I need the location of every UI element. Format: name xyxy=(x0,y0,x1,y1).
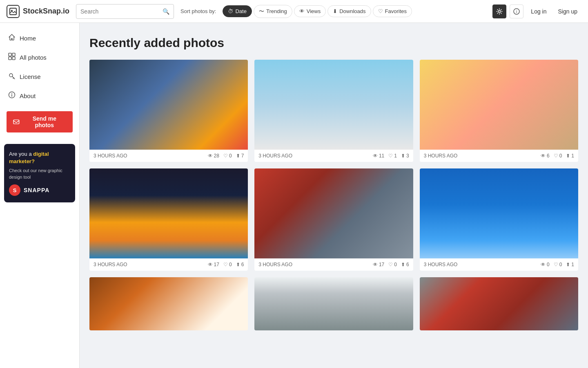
sidebar-item-home[interactable]: Home xyxy=(0,29,79,47)
photo-thumbnail-8 xyxy=(254,277,413,330)
header: StockSnap.io 🔍 Sort photos by: ⏱ Date 〜 … xyxy=(0,0,588,23)
login-link[interactable]: Log in xyxy=(527,6,550,17)
photo-time-3: 3 HOURS AGO xyxy=(424,153,458,159)
stat-downloads-1: ⬆ 7 xyxy=(236,153,244,159)
heart-stat-icon: ♡ xyxy=(223,153,228,159)
sidebar-item-all-photos[interactable]: All photos xyxy=(0,49,79,66)
photo-card-1[interactable]: 3 HOURS AGO 👁 28 ♡ 0 ⬆ 7 xyxy=(89,60,248,162)
download-icon-5: ⬆ xyxy=(401,262,405,267)
sort-date-label: Date xyxy=(235,8,246,14)
photo-thumbnail-3 xyxy=(420,60,578,150)
photo-stats-2: 👁 11 ♡ 1 ⬆ 3 xyxy=(373,153,409,159)
photo-card-5[interactable]: 3 HOURS AGO 👁 17 ♡ 0 ⬆ 6 xyxy=(254,168,413,271)
photo-card-8[interactable] xyxy=(254,277,413,330)
stat-views-1: 👁 28 xyxy=(208,153,219,159)
photo-card-3[interactable]: 3 HOURS AGO 👁 6 ♡ 0 ⬆ 1 xyxy=(420,60,578,162)
stat-likes-5: ♡ 0 xyxy=(388,262,397,267)
heart-icon-5: ♡ xyxy=(388,262,393,267)
photo-time-4: 3 HOURS AGO xyxy=(94,262,127,267)
stat-views-5: 👁 17 xyxy=(373,262,384,267)
download-icon-2: ⬆ xyxy=(401,153,405,159)
photo-card-7[interactable] xyxy=(89,277,248,330)
sidebar-item-about[interactable]: About xyxy=(0,87,79,105)
photo-card-9[interactable] xyxy=(420,277,578,330)
stat-likes-2: ♡ 1 xyxy=(388,153,397,159)
sidebar-license-label: License xyxy=(20,73,41,80)
sort-date-button[interactable]: ⏱ Date xyxy=(223,5,252,17)
info-button[interactable]: i xyxy=(510,4,523,18)
photo-time-6: 3 HOURS AGO xyxy=(424,262,458,267)
download-icon-3: ⬆ xyxy=(566,153,570,159)
photo-card-4[interactable]: 3 HOURS AGO 👁 17 ♡ 0 ⬆ 6 xyxy=(89,168,248,271)
stat-downloads-6: ⬆ 1 xyxy=(566,262,574,267)
photo-time-2: 3 HOURS AGO xyxy=(258,153,292,159)
svg-rect-8 xyxy=(12,57,15,60)
sort-views-button[interactable]: 👁 Views xyxy=(294,5,326,17)
photo-thumbnail-4 xyxy=(89,168,248,258)
sort-trending-button[interactable]: 〜 Trending xyxy=(254,5,292,18)
photo-thumbnail-1 xyxy=(89,60,248,150)
svg-rect-7 xyxy=(9,57,11,60)
svg-rect-0 xyxy=(10,8,16,15)
search-icon: 🔍 xyxy=(163,8,169,15)
send-photos-button[interactable]: Send me photos xyxy=(7,111,73,132)
main-content: Recently added photos 3 HOURS AGO 👁 28 ♡… xyxy=(80,23,588,368)
eye-icon-3: 👁 xyxy=(541,153,546,159)
photo-card-2[interactable]: 3 HOURS AGO 👁 11 ♡ 1 ⬆ 3 xyxy=(254,60,413,162)
stat-downloads-3: ⬆ 1 xyxy=(566,153,574,159)
trending-icon: 〜 xyxy=(259,8,264,15)
photo-meta-2: 3 HOURS AGO 👁 11 ♡ 1 ⬆ 3 xyxy=(254,150,413,162)
logo-icon xyxy=(7,5,20,18)
sort-favorites-button[interactable]: ♡ Favorites xyxy=(373,5,412,17)
sort-trending-label: Trending xyxy=(266,8,287,14)
photo-stats-3: 👁 6 ♡ 0 ⬆ 1 xyxy=(541,153,574,159)
about-icon xyxy=(8,91,16,101)
photo-thumbnail-9 xyxy=(420,277,578,330)
sidebar-item-license[interactable]: License xyxy=(0,68,79,85)
heart-icon-3: ♡ xyxy=(554,153,558,159)
stat-views-2: 👁 11 xyxy=(373,153,384,159)
photo-meta-3: 3 HOURS AGO 👁 6 ♡ 0 ⬆ 1 xyxy=(420,150,578,162)
settings-button[interactable] xyxy=(492,4,506,18)
header-actions: i Log in Sign up xyxy=(492,4,581,18)
page-title: Recently added photos xyxy=(89,36,578,50)
sidebar-home-label: Home xyxy=(20,35,36,42)
heart-icon-2: ♡ xyxy=(388,153,393,159)
sort-downloads-label: Downloads xyxy=(339,8,365,14)
search-input[interactable] xyxy=(80,8,160,15)
photo-card-6[interactable]: 3 HOURS AGO 👁 0 ♡ 0 ⬆ 1 xyxy=(420,168,578,271)
eye-icon-2: 👁 xyxy=(373,153,378,159)
heart-icon-4: ♡ xyxy=(223,262,228,267)
logo[interactable]: StockSnap.io xyxy=(7,5,69,18)
stat-downloads-5: ⬆ 6 xyxy=(401,262,409,267)
photo-thumbnail-5 xyxy=(254,168,413,258)
home-icon xyxy=(8,34,16,43)
photo-stats-4: 👁 17 ♡ 0 ⬆ 6 xyxy=(208,262,244,267)
ad-subtitle: Check out our new graphic design tool xyxy=(9,168,70,180)
layout: Home All photos License xyxy=(0,23,588,368)
signup-link[interactable]: Sign up xyxy=(554,6,581,17)
photo-time-5: 3 HOURS AGO xyxy=(258,262,292,267)
photo-thumbnail-6 xyxy=(420,168,578,258)
photo-meta-4: 3 HOURS AGO 👁 17 ♡ 0 ⬆ 6 xyxy=(89,258,248,271)
stat-views-6: 👁 0 xyxy=(541,262,550,267)
ad-brand-name: SNAPPA xyxy=(24,187,49,193)
sort-views-label: Views xyxy=(307,8,321,14)
sort-downloads-button[interactable]: ⬇ Downloads xyxy=(327,5,371,17)
photo-grid: 3 HOURS AGO 👁 28 ♡ 0 ⬆ 7 xyxy=(89,60,578,330)
photo-thumbnail-7 xyxy=(89,277,248,330)
eye-stat-icon: 👁 xyxy=(208,153,213,159)
grid-icon xyxy=(8,53,16,62)
sidebar-about-label: About xyxy=(20,92,36,99)
eye-icon-5: 👁 xyxy=(373,262,378,267)
download-stat-icon: ⬆ xyxy=(236,153,240,159)
logo-text: StockSnap.io xyxy=(23,7,69,16)
svg-rect-13 xyxy=(13,120,19,124)
photo-stats-1: 👁 28 ♡ 0 ⬆ 7 xyxy=(208,153,244,159)
stat-downloads-2: ⬆ 3 xyxy=(401,153,409,159)
stat-downloads-4: ⬆ 6 xyxy=(236,262,244,267)
sort-label: Sort photos by: xyxy=(180,8,216,14)
stat-likes-6: ♡ 0 xyxy=(554,262,562,267)
ad-banner[interactable]: Are you a digital marketer? Check out ou… xyxy=(4,144,75,202)
download-icon-4: ⬆ xyxy=(236,262,240,267)
